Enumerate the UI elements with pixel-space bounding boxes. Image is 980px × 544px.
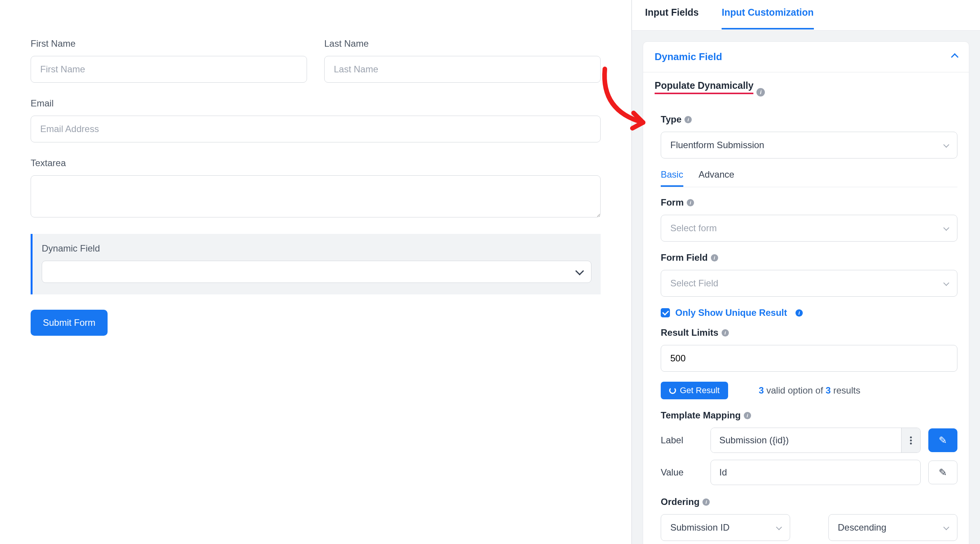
result-limits-input[interactable] xyxy=(661,345,957,372)
textarea-input[interactable] xyxy=(31,175,601,217)
info-icon[interactable]: i xyxy=(722,329,729,337)
form-field-label: Form Fieldi xyxy=(661,252,957,263)
populate-dynamically-title: Populate Dynamically xyxy=(655,80,753,94)
ordering-direction-select[interactable]: Descending xyxy=(828,514,958,541)
subtab-advance[interactable]: Advance xyxy=(699,169,734,187)
pen-icon: ✎ xyxy=(939,435,947,446)
form-field-select[interactable]: Select Field xyxy=(661,270,957,297)
form-select[interactable]: Select form xyxy=(661,215,957,242)
pen-icon: ✎ xyxy=(939,467,947,479)
info-icon[interactable]: i xyxy=(702,498,710,506)
tm-label-input[interactable] xyxy=(711,428,901,453)
tm-value-select[interactable]: Id xyxy=(711,460,920,485)
info-icon[interactable]: i xyxy=(756,88,765,96)
result-limits-label: Result Limitsi xyxy=(661,327,957,338)
refresh-icon xyxy=(669,387,676,394)
email-label: Email xyxy=(31,98,601,109)
tab-input-fields[interactable]: Input Fields xyxy=(645,7,699,28)
dynamic-field-block: Dynamic Field xyxy=(31,234,601,294)
tm-label-edit-button[interactable]: ✎ xyxy=(928,428,957,452)
chevron-down-icon xyxy=(776,524,782,530)
submit-button[interactable]: Submit Form xyxy=(31,310,108,336)
type-label: Typei xyxy=(661,114,957,125)
ordering-label: Orderingi xyxy=(661,497,957,507)
chevron-down-icon xyxy=(943,524,949,530)
ordering-field-select[interactable]: Submission ID xyxy=(661,514,790,541)
get-result-button[interactable]: Get Result xyxy=(661,382,728,399)
template-mapping-label: Template Mappingi xyxy=(661,410,957,421)
info-icon[interactable]: i xyxy=(744,412,751,419)
type-select[interactable]: Fluentform Submission xyxy=(661,132,957,158)
chevron-down-icon xyxy=(943,142,949,148)
tab-input-customization[interactable]: Input Customization xyxy=(722,7,813,29)
last-name-label: Last Name xyxy=(324,38,601,49)
unique-result-checkbox[interactable] xyxy=(661,308,670,317)
first-name-label: First Name xyxy=(31,38,307,49)
chevron-down-icon xyxy=(943,280,949,286)
tm-value-edit-button[interactable]: ✎ xyxy=(928,461,957,484)
form-label: Formi xyxy=(661,197,957,208)
chevron-down-icon xyxy=(575,267,584,276)
panel-title: Dynamic Field xyxy=(655,51,722,63)
valid-result-text: 3 valid option of 3 results xyxy=(759,385,861,396)
last-name-input[interactable] xyxy=(324,56,601,83)
unique-result-label: Only Show Unique Result xyxy=(675,307,787,318)
chevron-up-icon[interactable] xyxy=(951,53,959,61)
dots-vertical-icon xyxy=(910,436,912,444)
chevron-down-icon xyxy=(943,225,949,231)
dynamic-field-label: Dynamic Field xyxy=(42,243,591,254)
info-icon[interactable]: i xyxy=(795,309,803,317)
dynamic-field-select[interactable] xyxy=(42,261,591,283)
tm-label-menu-button[interactable] xyxy=(901,428,920,453)
info-icon[interactable]: i xyxy=(687,199,694,206)
textarea-label: Textarea xyxy=(31,158,601,168)
first-name-input[interactable] xyxy=(31,56,307,83)
subtab-basic[interactable]: Basic xyxy=(661,169,683,187)
email-input[interactable] xyxy=(31,116,601,142)
info-icon[interactable]: i xyxy=(684,116,692,123)
tm-label-label: Label xyxy=(661,435,703,446)
tm-value-label: Value xyxy=(661,467,703,478)
info-icon[interactable]: i xyxy=(711,254,718,261)
